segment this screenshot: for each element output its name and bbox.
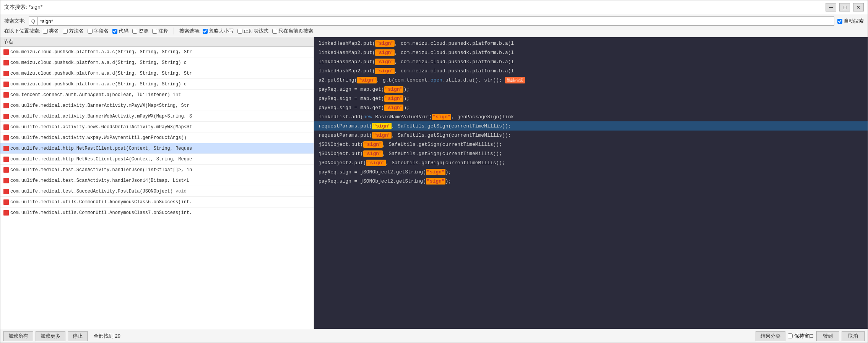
search-input[interactable] [37,16,834,26]
scope-methodname-cb[interactable] [63,29,68,34]
code-line: payReq.sign = map.get("sign"); [314,103,868,112]
item-icon [3,60,9,65]
code-line: jSONObject2.put("sign", SafeUtils.getSig… [314,158,868,167]
item-text: com.tencent.connect.auth.AuthAgent.a(boo… [10,92,181,98]
scope-methodname[interactable]: 方法名 [63,28,84,34]
add-more-button[interactable]: 加载更多 [36,331,65,341]
result-split-button[interactable]: 结果分类 [756,331,785,341]
scope-fieldname-cb[interactable] [88,29,93,34]
keep-window-checkbox[interactable] [788,333,793,338]
title-controls: ─ □ ✕ [826,3,864,11]
list-item[interactable]: com.uulife.medical.test.SuccedActivity.P… [0,186,314,197]
code-container[interactable]: linkedHashMap2.put("sign", com.meizu.clo… [314,37,868,329]
divider [174,28,174,34]
auto-search-checkbox[interactable] [837,19,842,24]
main-window: 文本搜索: *sign* ─ □ ✕ 搜索文本: Q 自动搜索 在以下位置搜索: [0,0,868,343]
code-line: linkedHashMap2.put("sign", com.meizu.clo… [314,66,868,75]
item-icon [3,157,9,162]
close-button[interactable]: ✕ [853,3,864,11]
scope-resource[interactable]: 资源 [132,28,148,34]
item-icon [3,49,9,55]
left-panel: 节点 com.meizu.cloud.pushsdk.platform.a.a.… [0,37,314,329]
list-item[interactable]: com.uulife.medical.activity.wxpay.WxPaym… [0,132,314,143]
list-item-selected[interactable]: com.uulife.medical.http.NetRestClient.po… [0,143,314,154]
code-line: payReq.sign = map.get("sign"); [314,85,868,94]
right-panel: linkedHashMap2.put("sign", com.meizu.clo… [314,37,868,329]
item-text: com.uulife.medical.test.SuccedActivity.P… [10,189,187,194]
options-label: 搜索选项: [179,28,201,34]
item-text: com.uulife.medical.utils.CommonUtil.Anon… [10,210,192,216]
content-area: 节点 com.meizu.cloud.pushsdk.platform.a.a.… [0,37,868,329]
keep-window-label: 保持窗口 [794,333,814,340]
search-input-container: Q [29,16,834,26]
item-icon [3,210,9,216]
item-text: com.uulife.medical.activity.BannerActivi… [10,103,189,108]
list-item[interactable]: com.tencent.connect.auth.AuthAgent.a(boo… [0,90,314,100]
list-item[interactable]: com.uulife.medical.utils.CommonUtil.Anon… [0,197,314,207]
scope-comment-cb[interactable] [152,29,157,34]
list-item[interactable]: com.uulife.medical.activity.news.GoodsDe… [0,122,314,132]
item-text: com.meizu.cloud.pushsdk.platform.a.a.c(S… [10,49,192,55]
scope-classname-cb[interactable] [43,29,48,34]
list-item[interactable]: com.meizu.cloud.pushsdk.platform.a.a.e(S… [0,79,314,90]
list-item[interactable]: com.meizu.cloud.pushsdk.platform.a.a.d(S… [0,68,314,79]
item-icon [3,167,9,173]
search-row-2: 在以下位置搜索: 类名 方法名 字段名 代码 [4,28,864,34]
item-icon [3,178,9,183]
window-title: 文本搜索: *sign* [4,4,42,11]
scope-fieldname[interactable]: 字段名 [88,28,109,34]
list-item[interactable]: com.uulife.medical.http.NetRestClient.po… [0,154,314,165]
list-container[interactable]: com.meizu.cloud.pushsdk.platform.a.a.c(S… [0,47,314,329]
keep-window-checkbox-label[interactable]: 保持窗口 [788,331,814,341]
auto-search-checkbox-label[interactable]: 自动搜索 [837,18,864,24]
meizu-badge: 魅族推送 [505,77,525,83]
list-item[interactable]: com.uulife.medical.activity.BannerActivi… [0,100,314,111]
option-ignore-case-cb[interactable] [203,29,208,34]
search-panel: 搜索文本: Q 自动搜索 在以下位置搜索: 类名 方法名 [0,14,868,37]
code-line: linkedHashMap2.put("sign", com.meizu.clo… [314,39,868,48]
code-line: payReq.sign = jSONObject2.getString("sig… [314,176,868,186]
item-icon [3,114,9,119]
minimize-button[interactable]: ─ [826,3,836,11]
list-item[interactable]: com.uulife.medical.utils.CommonUtil.Anon… [0,207,314,218]
scope-classname[interactable]: 类名 [43,28,59,34]
item-text: com.uulife.medical.activity.BannerWebAct… [10,114,192,119]
stop-button[interactable]: 停止 [68,331,88,341]
option-current-page-cb[interactable] [272,29,277,34]
list-item[interactable]: com.uulife.medical.activity.BannerWebAct… [0,111,314,122]
item-icon [3,189,9,194]
list-item[interactable]: com.uulife.medical.test.ScanActivity.han… [0,165,314,175]
options-checkboxes: 忽略大小写 正则表达式 只在当前页搜索 [203,28,313,34]
item-text: com.uulife.medical.test.ScanActivity.han… [10,178,189,183]
item-text: com.uulife.medical.activity.news.GoodsDe… [10,124,192,130]
search-row-1: 搜索文本: Q 自动搜索 [4,16,864,26]
item-icon [3,135,9,140]
scope-checkboxes: 类名 方法名 字段名 代码 资源 [43,28,168,34]
scope-resource-cb[interactable] [132,29,137,34]
item-text: com.uulife.medical.http.NetRestClient.po… [10,146,192,151]
item-icon [3,124,9,130]
code-line: linkedHashMap2.put("sign", com.meizu.clo… [314,48,868,57]
bottom-right: 结果分类 保持窗口 转到 取消 [756,331,865,341]
option-ignore-case[interactable]: 忽略大小写 [203,28,234,34]
bottom-bar: 加载所有 加载更多 停止 全部找到 29 结果分类 保持窗口 转到 取消 [0,329,868,343]
list-item[interactable]: com.uulife.medical.test.ScanActivity.han… [0,175,314,186]
item-icon [3,146,9,151]
list-item[interactable]: com.meizu.cloud.pushsdk.platform.a.a.d(S… [0,57,314,68]
option-current-page[interactable]: 只在当前页搜索 [272,28,313,34]
maximize-button[interactable]: □ [839,3,850,11]
option-regex[interactable]: 正则表达式 [237,28,268,34]
goto-button[interactable]: 转到 [816,331,839,341]
code-line: linkedList.add(new BasicNameValuePair("s… [314,112,868,121]
item-text: com.meizu.cloud.pushsdk.platform.a.a.d(S… [10,60,187,65]
code-line: requestParams.put("sign", SafeUtils.getS… [314,131,868,140]
scope-code[interactable]: 代码 [112,28,128,34]
scope-comment[interactable]: 注释 [152,28,168,34]
cancel-button[interactable]: 取消 [842,331,865,341]
code-line: a2.putString("sign", g.b(com.tencent.ope… [314,75,868,85]
add-all-button[interactable]: 加载所有 [3,331,33,341]
search-icon: Q [29,16,37,26]
option-regex-cb[interactable] [237,29,242,34]
list-item[interactable]: com.meizu.cloud.pushsdk.platform.a.a.c(S… [0,47,314,57]
scope-code-cb[interactable] [112,29,117,34]
